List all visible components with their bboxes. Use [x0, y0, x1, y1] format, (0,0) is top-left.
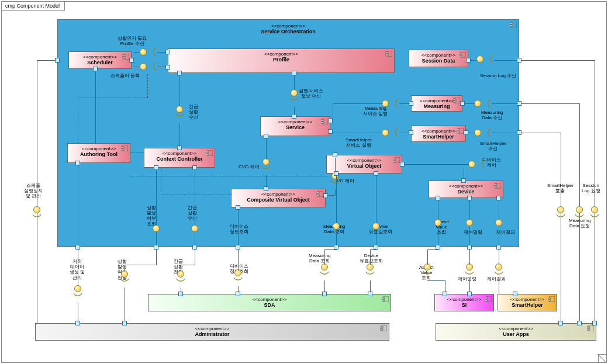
svg-rect-14 — [121, 149, 124, 150]
port — [460, 101, 465, 106]
connector — [595, 60, 595, 323]
port — [443, 292, 447, 296]
port — [55, 58, 60, 63]
component-profile: <<component>>Profile — [168, 48, 395, 73]
port — [154, 245, 158, 249]
connector — [238, 249, 239, 271]
label: 디바이스 정보조회 — [230, 224, 248, 234]
component-si: <<component>>SI — [434, 294, 494, 311]
port — [466, 58, 471, 63]
connector — [134, 67, 140, 67]
svg-rect-22 — [453, 99, 456, 100]
connector — [464, 169, 464, 179]
dependency — [161, 195, 232, 195]
connector — [125, 265, 157, 265]
connector — [427, 249, 428, 265]
component-icon — [510, 22, 517, 27]
connector — [333, 103, 383, 104]
diagram-frame: cmp Component Model <<component>> Servic… — [1, 1, 607, 363]
ball-interface — [476, 56, 483, 63]
connector — [156, 170, 157, 247]
connector — [181, 265, 181, 272]
svg-rect-32 — [316, 195, 319, 196]
socket-interface — [175, 278, 186, 288]
connector — [427, 249, 438, 250]
port — [333, 152, 337, 157]
socket-interface — [119, 278, 130, 288]
label: 스케쥴러 등록 — [110, 73, 140, 78]
connector — [492, 103, 518, 104]
port — [467, 292, 472, 296]
port — [436, 196, 440, 200]
ball-interface — [74, 285, 81, 292]
label: SmartHelper 서비스 실행 — [346, 137, 372, 148]
svg-rect-29 — [393, 161, 396, 162]
label: CVO 제어 — [239, 164, 260, 169]
svg-rect-38 — [382, 300, 385, 301]
connector — [494, 60, 517, 61]
component-smarthelper-bottom: <<component>>SmartHelper — [498, 294, 557, 311]
connector — [521, 103, 579, 104]
svg-rect-7 — [385, 52, 388, 53]
svg-rect-10 — [459, 53, 462, 54]
connector — [179, 123, 180, 147]
port — [236, 205, 240, 210]
label: Session Log 요청 — [582, 183, 600, 193]
socket-interface — [493, 271, 504, 281]
socket-interface — [72, 292, 83, 303]
port — [323, 193, 328, 198]
port — [75, 321, 80, 325]
connector — [324, 249, 325, 265]
dependency — [78, 98, 78, 143]
socket-interface — [555, 213, 566, 224]
socket-interface — [261, 165, 271, 176]
component-smarthelper-inner: <<component>>SmartHelper — [411, 126, 466, 142]
svg-rect-11 — [459, 56, 462, 57]
port — [328, 119, 333, 123]
svg-rect-41 — [485, 300, 488, 301]
socket-interface — [422, 271, 433, 281]
svg-rect-4 — [122, 55, 125, 56]
port — [177, 71, 182, 75]
port — [517, 58, 521, 63]
component-administrator: <<component>>Administrator — [35, 323, 389, 341]
port — [236, 245, 240, 249]
frame-corner — [598, 354, 606, 362]
svg-rect-8 — [385, 54, 388, 56]
label: Measuring Data 수신 — [481, 110, 503, 120]
label: 긴급 상황 수신 — [189, 104, 198, 120]
label: Session Log 수신 — [480, 73, 516, 78]
connector — [370, 249, 376, 250]
svg-rect-43 — [548, 297, 551, 299]
connector — [294, 107, 295, 115]
port — [334, 171, 338, 176]
svg-rect-1 — [510, 23, 513, 24]
label: 스케쥴 실행정지 및 관리 — [24, 183, 43, 199]
connector — [179, 75, 180, 106]
connector — [266, 175, 267, 188]
svg-rect-16 — [206, 151, 209, 152]
port — [154, 165, 158, 170]
port — [496, 245, 501, 249]
socket-interface — [365, 271, 375, 281]
socket-interface — [174, 113, 185, 123]
connector — [521, 133, 561, 133]
connector — [125, 287, 125, 323]
port — [374, 171, 378, 176]
port — [192, 245, 197, 249]
ball-interface — [576, 206, 583, 213]
dependency — [147, 74, 148, 98]
ball-interface — [333, 223, 340, 230]
connector — [499, 280, 499, 294]
port — [93, 67, 98, 71]
svg-rect-31 — [316, 192, 319, 193]
connector — [157, 67, 166, 67]
connector — [521, 60, 595, 61]
component-measuring: <<component>>Measuring — [411, 95, 462, 112]
socket-interface — [32, 213, 42, 224]
svg-rect-5 — [122, 57, 125, 58]
port — [374, 245, 378, 249]
connector — [195, 170, 195, 247]
component-service: <<component>>Service — [260, 116, 330, 136]
connector — [238, 210, 239, 247]
